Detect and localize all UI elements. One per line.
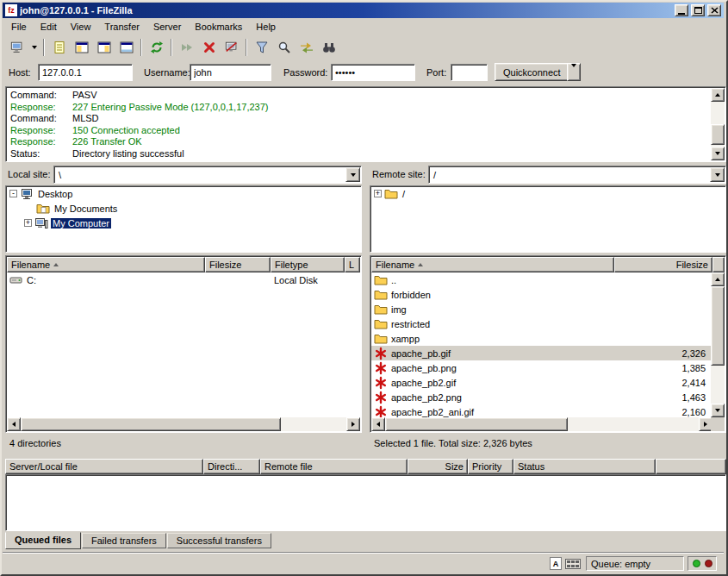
scrollbar-thumb[interactable] <box>711 124 725 145</box>
file-row[interactable]: restricted <box>371 316 712 331</box>
toggle-remote-tree-button[interactable] <box>93 37 115 57</box>
toggle-local-tree-button[interactable] <box>71 37 92 57</box>
filezilla-window: { "window": { "title": "john@127.0.0.1 -… <box>0 0 728 576</box>
quickconnect-dropdown[interactable] <box>567 63 581 81</box>
local-list-rows: C: Local Disk <box>7 272 362 287</box>
column-header-filesize[interactable]: Filesize <box>614 257 712 272</box>
tree-item-root[interactable]: + / <box>370 186 725 201</box>
maximize-button[interactable] <box>691 4 705 16</box>
local-site-combo[interactable]: \ <box>53 166 362 184</box>
column-header-lastmodified[interactable]: L <box>345 257 360 272</box>
password-input[interactable] <box>331 64 415 81</box>
menu-bookmarks[interactable]: Bookmarks <box>188 19 249 34</box>
scroll-down-button[interactable] <box>711 404 725 417</box>
cancel-operation-button[interactable] <box>198 37 220 57</box>
expand-icon[interactable]: + <box>24 219 32 227</box>
file-row[interactable]: img <box>371 302 712 316</box>
remote-site-label: Remote site: <box>372 166 426 183</box>
site-manager-dropdown[interactable] <box>28 37 40 57</box>
column-header-filename[interactable]: Filename <box>371 257 614 272</box>
tree-item-my-documents[interactable]: My Documents <box>6 201 361 216</box>
scrollbar-thumb[interactable] <box>385 417 568 431</box>
minimize-button[interactable] <box>675 4 688 16</box>
status-bar: A Queue: empty <box>3 553 724 574</box>
menu-transfer[interactable]: Transfer <box>97 19 146 34</box>
file-row-c-drive[interactable]: C: Local Disk <box>7 272 362 287</box>
log-scrollbar[interactable] <box>711 88 725 160</box>
file-row[interactable]: apache_pb2.png1,463 <box>371 390 712 404</box>
username-input[interactable] <box>190 64 271 81</box>
compare-icon <box>277 41 291 54</box>
file-row-selected[interactable]: apache_pb.gif2,326 <box>371 346 712 360</box>
sync-browsing-icon <box>300 41 314 54</box>
remote-horizontal-scrollbar[interactable] <box>371 417 712 431</box>
port-input[interactable] <box>451 64 488 81</box>
tree-item-my-computer[interactable]: + My Computer <box>6 216 361 230</box>
sort-ascending-icon <box>418 263 423 266</box>
file-name: restricted <box>391 319 430 329</box>
column-header-direction[interactable]: Directi... <box>203 459 260 474</box>
menu-view[interactable]: View <box>64 19 98 34</box>
remote-site-dropdown[interactable] <box>710 167 725 182</box>
keypad-indicator-icon[interactable] <box>565 559 581 569</box>
toolbar <box>3 35 724 59</box>
scroll-down-button[interactable] <box>711 147 725 160</box>
scrollbar-thumb[interactable] <box>711 286 725 366</box>
file-row[interactable]: apache_pb2.gif2,414 <box>371 375 712 390</box>
expand-icon[interactable]: + <box>374 190 382 197</box>
file-row[interactable]: .. <box>371 272 712 287</box>
menu-help[interactable]: Help <box>249 19 283 34</box>
quickconnect-button[interactable]: Quickconnect <box>495 63 569 81</box>
disconnect-button[interactable] <box>221 37 242 57</box>
tree-item-desktop[interactable]: - Desktop <box>6 186 361 201</box>
file-row[interactable]: forbidden <box>371 287 712 302</box>
find-files-button[interactable] <box>318 37 339 57</box>
tab-queued-files[interactable]: Queued files <box>5 532 81 549</box>
close-button[interactable] <box>707 4 721 16</box>
menu-edit[interactable]: Edit <box>34 19 64 34</box>
menu-file[interactable]: File <box>4 19 34 34</box>
column-header-priority[interactable]: Priority <box>468 459 513 474</box>
remote-list-header: Filename Filesize <box>371 257 725 272</box>
directory-comparison-button[interactable] <box>273 37 295 57</box>
local-site-dropdown[interactable] <box>345 167 360 182</box>
scroll-right-button[interactable] <box>346 417 360 431</box>
scrollbar-thumb[interactable] <box>21 417 281 431</box>
column-header-remote-file[interactable]: Remote file <box>260 459 408 474</box>
column-header-status[interactable]: Status <box>513 459 656 474</box>
synchronized-browsing-button[interactable] <box>296 37 317 57</box>
refresh-button[interactable] <box>146 37 167 57</box>
column-header-size[interactable]: Size <box>408 459 468 474</box>
column-header-filename[interactable]: Filename <box>7 257 205 272</box>
local-file-list: Filename Filesize Filetype L C: Local Di… <box>5 255 362 433</box>
remote-vertical-scrollbar[interactable] <box>711 272 725 417</box>
scroll-left-button[interactable] <box>371 417 385 431</box>
remote-site-combo[interactable]: / <box>428 166 726 184</box>
tab-successful-transfers[interactable]: Successful transfers <box>167 533 271 548</box>
process-queue-button[interactable] <box>176 37 197 57</box>
file-size: 1,385 <box>616 363 712 373</box>
filter-button[interactable] <box>251 37 272 57</box>
site-manager-button[interactable] <box>6 37 28 57</box>
local-horizontal-scrollbar[interactable] <box>7 417 360 431</box>
collapse-icon[interactable]: - <box>9 190 17 197</box>
transfer-type-indicator-icon[interactable]: A <box>550 557 562 570</box>
menu-server[interactable]: Server <box>146 19 188 34</box>
toolbar-separator <box>246 39 247 56</box>
file-row[interactable]: xampp <box>371 331 712 346</box>
tab-failed-transfers[interactable]: Failed transfers <box>82 533 166 548</box>
column-header-server-local-file[interactable]: Server/Local file <box>5 459 203 474</box>
scroll-up-button[interactable] <box>711 88 725 102</box>
file-name: img <box>391 304 407 315</box>
column-header-filetype[interactable]: Filetype <box>271 257 345 272</box>
file-size: 2,160 <box>616 407 712 417</box>
scroll-left-button[interactable] <box>7 417 21 431</box>
menu-bar: File Edit View Transfer Server Bookmarks… <box>3 18 724 35</box>
column-header-filesize[interactable]: Filesize <box>205 257 271 272</box>
local-tree-icon <box>75 41 89 54</box>
toggle-transfer-queue-button[interactable] <box>115 37 137 57</box>
toggle-message-log-button[interactable] <box>48 37 70 57</box>
scroll-up-button[interactable] <box>711 272 725 286</box>
host-input[interactable] <box>38 64 133 81</box>
file-row[interactable]: apache_pb.png1,385 <box>371 360 712 375</box>
